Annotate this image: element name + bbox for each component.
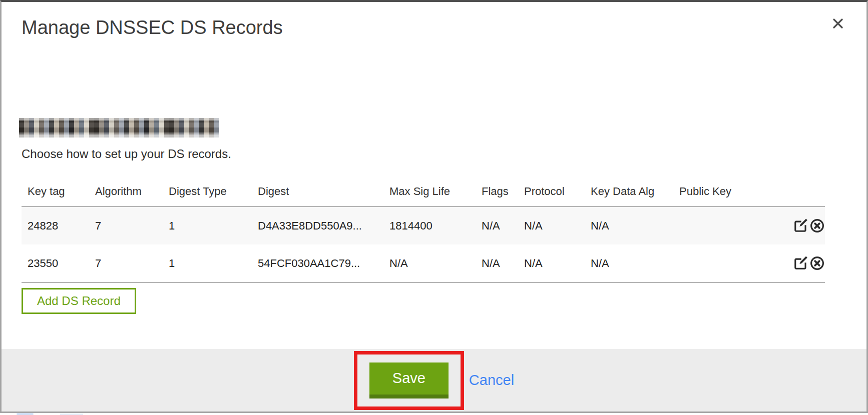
cell-algorithm: 7 [89, 244, 163, 282]
instruction-text: Choose how to set up your DS records. [22, 147, 231, 161]
cell-digest: D4A33E8DD550A9... [252, 206, 383, 244]
table-header-row: Key tag Algorithm Digest Type Digest Max… [22, 181, 825, 206]
delete-circle-icon [809, 265, 825, 272]
cell-protocol: N/A [518, 244, 585, 282]
table-row: 24828 7 1 D4A33E8DD550A9... 1814400 N/A … [22, 206, 825, 244]
cell-key-data-alg: N/A [585, 206, 673, 244]
cell-protocol: N/A [518, 206, 585, 244]
cell-flags: N/A [476, 244, 518, 282]
row-actions [785, 244, 825, 282]
page-title: Manage DNSSEC DS Records [22, 17, 283, 38]
manage-dnssec-modal: Manage DNSSEC DS Records Choose how to s… [0, 0, 868, 413]
cell-digest: 54FCF030AA1C79... [252, 244, 383, 282]
table-row: 23550 7 1 54FCF030AA1C79... N/A N/A N/A … [22, 244, 825, 282]
col-digest-type: Digest Type [163, 181, 252, 206]
delete-record-button[interactable] [809, 218, 825, 234]
background-page-artifact [17, 413, 34, 415]
cell-public-key [673, 244, 785, 282]
col-key-data-alg: Key Data Alg [585, 181, 673, 206]
cell-key-tag: 24828 [22, 206, 89, 244]
col-digest: Digest [252, 181, 383, 206]
add-ds-record-button[interactable]: Add DS Record [22, 288, 136, 314]
cell-digest-type: 1 [163, 206, 252, 244]
red-highlight-annotation: Save [354, 351, 464, 410]
col-max-sig-life: Max Sig Life [383, 181, 476, 206]
col-algorithm: Algorithm [89, 181, 163, 206]
cell-algorithm: 7 [89, 206, 163, 244]
cell-max-sig-life: 1814400 [383, 206, 476, 244]
close-button[interactable] [829, 15, 846, 32]
save-button[interactable]: Save [369, 362, 449, 398]
col-public-key: Public Key [673, 181, 785, 206]
cell-key-tag: 23550 [22, 244, 89, 282]
close-icon [831, 17, 844, 30]
edit-record-button[interactable] [793, 218, 808, 234]
edit-icon [793, 265, 808, 272]
delete-record-button[interactable] [809, 256, 825, 271]
col-protocol: Protocol [518, 181, 585, 206]
redacted-domain-name [19, 118, 219, 138]
edit-icon [793, 228, 808, 235]
cell-flags: N/A [476, 206, 518, 244]
col-actions [785, 181, 825, 206]
col-flags: Flags [476, 181, 518, 206]
col-key-tag: Key tag [22, 181, 89, 206]
ds-records-table: Key tag Algorithm Digest Type Digest Max… [22, 181, 825, 283]
cell-max-sig-life: N/A [383, 244, 476, 282]
cell-public-key [673, 206, 785, 244]
cancel-link[interactable]: Cancel [469, 372, 514, 388]
delete-circle-icon [809, 228, 825, 235]
modal-footer: Save Cancel [2, 349, 866, 412]
cell-digest-type: 1 [163, 244, 252, 282]
cell-key-data-alg: N/A [585, 244, 673, 282]
row-actions [785, 206, 825, 244]
edit-record-button[interactable] [793, 256, 808, 271]
